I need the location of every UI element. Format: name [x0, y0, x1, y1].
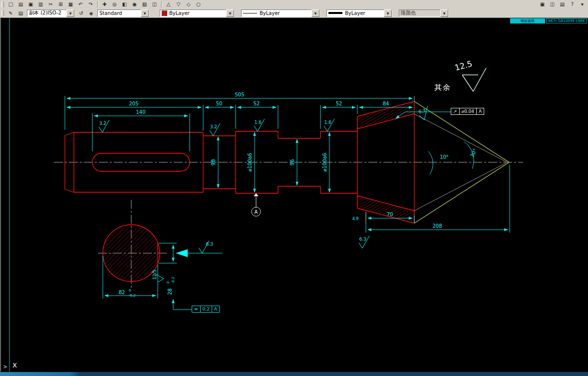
tolerance-value: ⌀0.04 [460, 108, 477, 115]
roughness-icon: 6.3 [417, 106, 431, 121]
pan-button[interactable]: ✚ [100, 0, 109, 8]
chevron-down-icon[interactable]: ▼ [384, 9, 392, 17]
dim-section-tol-lo: -0.2 [129, 294, 136, 298]
dim-len3: 52 [254, 101, 260, 106]
view-button[interactable]: ▤ [558, 0, 567, 8]
datum-symbol: A [252, 193, 261, 216]
roughness-value: 1.6 [324, 120, 332, 125]
roughness-value: 6.3 [418, 108, 427, 115]
layer-combo-value: 副本 (2)ISO-2 [29, 9, 65, 16]
style-combo[interactable]: Standard ▼ [97, 9, 149, 17]
roughness-value: 3.2 [99, 121, 106, 126]
roughness-value: 1.6 [255, 120, 262, 125]
toolbar-separator [97, 1, 98, 8]
ucs-button[interactable]: ◫ [548, 0, 557, 8]
print-button[interactable]: ▥ [36, 0, 45, 8]
roughness-value: 6.3 [359, 237, 366, 242]
redo-button[interactable]: ↷ [86, 0, 95, 8]
symmetry-symbol-icon: ≡ [192, 306, 201, 313]
section-view [103, 225, 160, 282]
paste-button[interactable]: ▦ [66, 0, 75, 8]
zoom-window-button[interactable]: ◧ [120, 0, 129, 8]
layers-toolbar-button[interactable]: ○ [194, 0, 203, 8]
dim-len2: 50 [216, 101, 223, 106]
linetype-combo-value: ByLayer [260, 10, 310, 16]
properties-button[interactable]: ▧ [140, 0, 149, 8]
layer-combo[interactable]: 副本 (2)ISO-2 ▼ [27, 9, 75, 17]
layer-previous-button[interactable]: ↺ [76, 9, 86, 17]
save-button[interactable]: ▣ [26, 0, 35, 8]
linetype-preview-icon [243, 13, 257, 13]
cad-application-window: 505 205 140 50 52 52 84 70 208 98 ⌀100a6… [0, 0, 588, 376]
plotstyle-combo: 随颜色 ▼ [399, 9, 449, 17]
help-button[interactable]: ? [568, 0, 577, 8]
tolerance-datum: A [477, 108, 484, 115]
object-snap-button[interactable]: ▣ [538, 0, 547, 8]
toolbar-options-button[interactable]: ▾ [578, 0, 587, 8]
toolbar-area: □ ▤ ▣ ▥ ✂ ⊞ ▦ ↶ ↷ ✚ ◎ ◧ ◉ ▧ ◫ △ ▽ ◇ ○ ▣ … [0, 0, 588, 18]
lineweight-combo-value: ByLayer [345, 10, 383, 16]
toolbar-row-properties: ✎ ▤ 副本 (2)ISO-2 ▼ ↺ ◈ Standard ▼ ByLayer… [0, 8, 588, 17]
runout-symbol-icon: ↗ [451, 108, 460, 115]
chevron-down-icon[interactable]: ▼ [226, 9, 234, 17]
tolerance-datum: A [212, 306, 220, 313]
roughness-value: 6.3 [206, 242, 213, 247]
chevron-down-icon[interactable]: ▼ [311, 9, 319, 17]
designcenter-button[interactable]: ◫ [150, 0, 159, 8]
dimension-text: 505 205 140 50 52 52 84 70 208 98 ⌀100a6… [119, 92, 478, 298]
dim-section-tol-hi: 0 [129, 289, 131, 293]
roughness-icon: 12.5 [151, 270, 164, 282]
general-roughness-label: 其余 [434, 83, 451, 92]
plotstyle-combo-value: 随颜色 [401, 9, 439, 16]
tolerance-frame-runout: ↗ ⌀0.04 A [451, 108, 484, 115]
command-prompt-marker: > [3, 364, 7, 370]
dimension-button[interactable]: ◇ [184, 0, 193, 8]
dim-angle1: 10° [440, 154, 449, 160]
tolerance-frame-symmetry: ≡ 0.2 A [192, 306, 220, 313]
copy-button[interactable]: ⊞ [56, 0, 65, 8]
roughness-icon: 3.2 [210, 123, 220, 136]
zoom-button[interactable]: ◎ [110, 0, 119, 8]
tolerance-value: 0.2 [201, 306, 212, 313]
dim-section-width: 82 [119, 290, 125, 295]
layer-states-button[interactable]: ◈ [86, 9, 96, 17]
general-roughness-value: 12.5 [454, 59, 473, 73]
new-button[interactable]: □ [6, 0, 15, 8]
chevron-down-icon[interactable]: ▼ [66, 9, 74, 17]
roughness-icon: 6.3 [359, 236, 369, 248]
toolbar-grip[interactable] [1, 10, 4, 16]
cut-button[interactable]: ✂ [46, 0, 55, 8]
toolbar-grip[interactable] [1, 1, 4, 7]
color-combo[interactable]: ByLayer ▼ [160, 9, 235, 17]
zoom-previous-button[interactable]: ◉ [130, 0, 139, 8]
taskbar-edge[interactable] [0, 372, 588, 376]
dim-keyway-length: 140 [136, 109, 145, 115]
draw-button[interactable]: △ [164, 0, 173, 8]
chevron-down-icon[interactable]: ▼ [141, 9, 149, 17]
layers-dialog-button[interactable]: ▤ [16, 9, 25, 17]
toolbar-right-group: ▣ ◫ ▤ ? ▾ [538, 0, 587, 8]
dim-dia3: 96 [290, 159, 295, 166]
color-swatch-icon [162, 10, 167, 16]
make-layer-current-button[interactable]: ✎ [6, 9, 15, 17]
dim-total: 505 [235, 92, 244, 97]
drawing-canvas[interactable]: 505 205 140 50 52 52 84 70 208 98 ⌀100a6… [0, 0, 588, 376]
roughness-icon: 3.2 [99, 120, 109, 132]
linetype-combo[interactable]: ByLayer ▼ [241, 9, 320, 17]
style-combo-value: Standard [99, 10, 140, 16]
lineweight-combo[interactable]: ByLayer ▼ [326, 9, 392, 17]
dim-len1: 205 [129, 101, 138, 106]
open-button[interactable]: ▤ [16, 0, 25, 8]
roughness-icon: 1.6 [254, 119, 265, 131]
dim-len4: 52 [336, 101, 342, 106]
dim-keyway-width-group: 28 0 -0.2 [166, 277, 175, 295]
dim-angle2: 30° [469, 148, 478, 158]
undo-button[interactable]: ↶ [76, 0, 85, 8]
modify-button[interactable]: ▽ [174, 0, 183, 8]
canvas-frame-lines [9, 18, 588, 372]
roughness-value: 3.2 [210, 124, 217, 129]
roughness-icon: 6.3 [199, 241, 213, 253]
dim-len5: 84 [383, 101, 389, 106]
roughness-value: 12.5 [152, 270, 157, 280]
dim-dia1: 98 [211, 159, 216, 166]
